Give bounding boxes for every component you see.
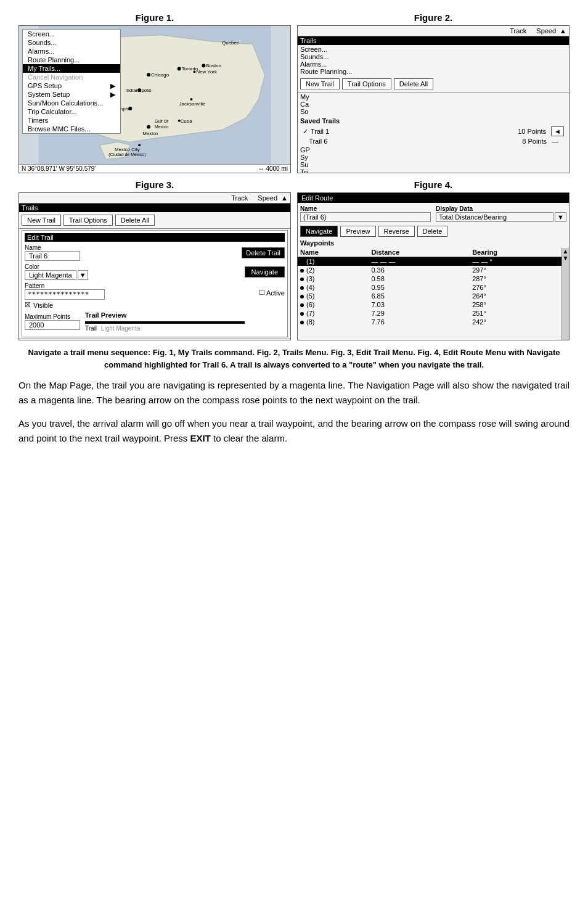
fig3-name-value: Trail 6 (25, 251, 80, 261)
fig4-table-header-row: Name Distance Bearing (298, 248, 561, 257)
fig4-scroll-up[interactable]: ▲ (562, 248, 569, 255)
exit-bold: EXIT (190, 433, 211, 443)
svg-text:Gulf Of: Gulf Of (155, 119, 168, 123)
figure-3-container: Figure 3. Track Speed ▲ Trails New Trail… (18, 179, 291, 340)
menu-item-route[interactable]: Route Planning... (23, 56, 120, 64)
fig4-row-8-dist: 7.76 (369, 318, 470, 326)
menu-item-browse[interactable]: Browse MMC Files... (23, 125, 120, 133)
figure-2-box: Track Speed ▲ Trails Screen... Sounds...… (297, 25, 570, 173)
fig4-table-container: Name Distance Bearing (1) — — — (298, 248, 561, 340)
menu-item-cancel-nav: Cancel Navigation (23, 73, 120, 81)
fig3-visible-row: ☒ Visible (25, 301, 285, 309)
fig2-screen-item-1: Sounds... (300, 53, 566, 60)
fig2-new-trail-btn[interactable]: New Trail (300, 78, 340, 89)
fig3-maxpoints-row: Maximum Points 2000 Trail Preview Trail … (25, 311, 285, 332)
fig4-row-4-bear: 276° (470, 283, 561, 292)
menu-item-timers[interactable]: Timers (23, 116, 120, 125)
fig3-track-label: Track (231, 194, 248, 202)
fig2-delete-all-btn[interactable]: Delete All (394, 78, 433, 89)
fig4-delete-btn[interactable]: Delete (417, 226, 448, 237)
fig2-trail-1-name: Trail 1 (311, 128, 329, 135)
fig3-btn-row: New Trail Trail Options Delete All (19, 212, 290, 229)
fig4-row-2: (2) 0.36 297° (298, 266, 561, 274)
menu-item-sun[interactable]: Sun/Moon Calculations... (23, 99, 120, 107)
fig3-trail-options-btn[interactable]: Trail Options (63, 215, 113, 226)
figure-2-container: Figure 2. Track Speed ▲ Trails Screen...… (297, 12, 570, 173)
fig4-table-body: (1) — — — — — ° (2) 0.36 297° (298, 257, 561, 327)
fig4-row-3: (3) 0.58 287° (298, 274, 561, 283)
fig3-navigate-btn[interactable]: Navigate (245, 266, 285, 278)
svg-text:Mexico: Mexico (142, 131, 158, 136)
fig2-extra-2: So (300, 108, 566, 115)
fig3-edit-trail-title: Edit Trail (25, 233, 285, 242)
fig2-bottom-su: Su (300, 161, 566, 168)
fig2-screen-item-2: Alarms... (300, 60, 566, 68)
fig4-preview-btn[interactable]: Preview (340, 226, 375, 237)
menu-item-system[interactable]: System Setup (23, 90, 120, 99)
fig2-bottom-rows: GP Sy Su Tri Ti Bro (298, 146, 569, 173)
fig3-speed-label: Speed (258, 194, 277, 202)
fig4-row-6: (6) 7.03 258° (298, 300, 561, 309)
fig4-reverse-btn[interactable]: Reverse (378, 226, 415, 237)
fig4-display-value: Total Distance/Bearing (436, 212, 553, 222)
fig3-active-label: Active (266, 289, 285, 297)
svg-text:Chicago: Chicago (151, 72, 169, 78)
fig3-statusbar: N 35°56.411' W 95°53.436' ↔ 10 mi (19, 339, 290, 340)
body-paragraph-2: As you travel, the arrival alarm will go… (18, 416, 570, 446)
fig3-edit-panel: Edit Trail Name Trail 6 Delete Trail (22, 230, 288, 337)
fig3-delete-all-btn[interactable]: Delete All (115, 215, 155, 226)
fig3-trail-color-label: Light Magenta (101, 325, 140, 332)
fig3-name-group: Name Trail 6 (25, 244, 80, 261)
body-paragraph-1: On the Map Page, the trail you are navig… (18, 378, 570, 408)
fig3-color-dropdown[interactable]: ▼ (78, 270, 88, 280)
fig4-inner: Edit Route Name (Trail 6) Display Data T… (298, 193, 569, 340)
fig4-row-1-bear: — — ° (470, 257, 561, 266)
fig3-color-select-row: Light Magenta ▼ (25, 270, 88, 280)
fig3-trail-preview-label: Trail Preview (85, 311, 285, 319)
fig4-row-2-dist: 0.36 (369, 266, 470, 274)
fig3-active-row: ☐ Active (259, 289, 285, 297)
menu-item-screen[interactable]: Screen... (23, 30, 120, 38)
figure-1-title: Figure 1. (18, 12, 291, 23)
fig4-row-7-dist: 7.29 (369, 309, 470, 318)
svg-text:Cuba: Cuba (181, 118, 193, 124)
menu-item-sounds[interactable]: Sounds... (23, 38, 120, 47)
fig2-trail-6-right: 8 Points — (522, 138, 564, 145)
fig2-trail-1-btn[interactable]: ◄ (551, 126, 564, 136)
fig4-display-dropdown[interactable]: ▼ (555, 212, 566, 222)
svg-text:Boston: Boston (206, 63, 221, 68)
svg-text:Mexico City: Mexico City (115, 147, 140, 152)
menu-item-gps[interactable]: GPS Setup (23, 81, 120, 90)
fig4-scrollbar[interactable]: ▲ ▼ (561, 248, 569, 340)
fig3-color-row: Color Light Magenta ▼ Navigate (25, 263, 285, 280)
fig4-row-8-bear: 242° (470, 318, 561, 326)
fig4-row-2-bear: 297° (470, 266, 561, 274)
menu-item-alarms[interactable]: Alarms... (23, 47, 120, 56)
menu-item-trails[interactable]: My Trails... (23, 64, 120, 73)
fig2-scroll-indicator: ▲ (560, 27, 566, 35)
fig3-maxpoints-label: Maximum Points (25, 313, 80, 320)
svg-point-3 (178, 67, 181, 70)
figure-4-box: Edit Route Name (Trail 6) Display Data T… (297, 192, 570, 340)
menu-item-trip[interactable]: Trip Calculator... (23, 107, 120, 116)
fig2-speed-label: Speed (536, 27, 556, 35)
fig4-row-8-bullet (300, 321, 304, 324)
fig4-name-row: Name (Trail 6) Display Data Total Distan… (298, 203, 569, 224)
figure-3-title: Figure 3. (18, 179, 291, 190)
fig4-display-label: Display Data (436, 205, 566, 212)
fig2-extra-0: My (300, 93, 566, 101)
fig2-trail-options-btn[interactable]: Trail Options (342, 78, 391, 89)
fig2-trail-1-check: ✓ (303, 128, 308, 136)
fig4-navigate-btn[interactable]: Navigate (300, 226, 338, 237)
fig4-row-4-name: (4) (298, 283, 369, 292)
fig3-delete-btn[interactable]: Delete Trail (242, 247, 285, 258)
fig4-row-8-name: (8) (298, 318, 369, 326)
fig4-th-bearing: Bearing (470, 248, 561, 257)
fig3-new-trail-btn[interactable]: New Trail (22, 215, 61, 226)
fig2-bottom-tri: Tri (300, 168, 566, 173)
fig4-row-3-bullet (300, 278, 304, 281)
fig4-scroll-down[interactable]: ▼ (562, 255, 569, 261)
fig4-row-6-dist: 7.03 (369, 300, 470, 309)
figure-1-box: Chicago Toronto Boston Indianapolis New … (18, 25, 291, 173)
fig4-row-1: (1) — — — — — ° (298, 257, 561, 266)
